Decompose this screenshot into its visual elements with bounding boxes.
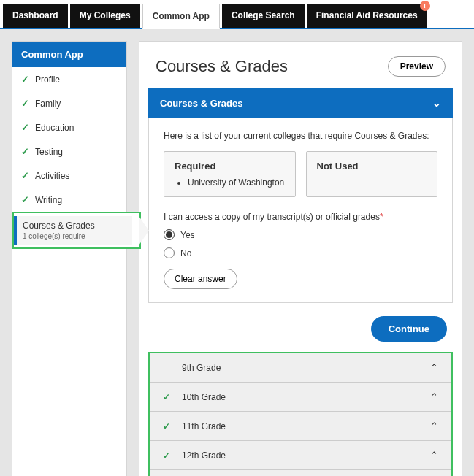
sidebar-item-label: Profile bbox=[35, 74, 60, 85]
required-college: University of Washington bbox=[188, 177, 285, 188]
intro-text: Here is a list of your current colleges … bbox=[164, 131, 437, 141]
check-icon: ✓ bbox=[21, 146, 29, 157]
clear-answer-button[interactable]: Clear answer bbox=[164, 269, 237, 289]
sidebar: Common App ✓Profile ✓Family ✓Education ✓… bbox=[12, 41, 127, 476]
check-icon: ✓ bbox=[21, 170, 29, 181]
tab-my-colleges[interactable]: My Colleges bbox=[70, 4, 140, 28]
check-icon: ✓ bbox=[163, 450, 173, 461]
notused-label: Not Used bbox=[317, 161, 427, 172]
grades-accordion: 9th Grade ⌃ ✓ 10th Grade ⌃ ✓ 11th Grade … bbox=[148, 352, 453, 476]
radio-yes[interactable]: Yes bbox=[164, 229, 437, 240]
tab-college-search[interactable]: College Search bbox=[222, 4, 305, 28]
sidebar-item-label: Education bbox=[35, 123, 74, 133]
accordion-label: 12th Grade bbox=[182, 450, 430, 461]
check-icon: ✓ bbox=[21, 194, 29, 205]
section-title: Courses & Grades bbox=[160, 98, 242, 109]
radio-no[interactable]: No bbox=[164, 247, 437, 258]
sidebar-header: Common App bbox=[12, 42, 126, 67]
radio-yes-input[interactable] bbox=[164, 229, 175, 240]
accordion-item-12th[interactable]: ✓ 12th Grade ⌃ bbox=[150, 441, 451, 470]
chevron-up-icon: ⌃ bbox=[430, 362, 438, 373]
alert-badge-icon bbox=[420, 1, 430, 11]
main-panel: Courses & Grades Preview Courses & Grade… bbox=[139, 41, 462, 476]
sidebar-item-courses-grades[interactable]: Courses & Grades 1 college(s) require bbox=[12, 212, 141, 249]
required-box: Required University of Washington bbox=[164, 151, 296, 197]
sidebar-selected-title: Courses & Grades bbox=[23, 220, 126, 231]
radio-no-label: No bbox=[180, 248, 191, 258]
sidebar-item-label: Activities bbox=[35, 171, 69, 181]
check-icon: ✓ bbox=[163, 421, 173, 431]
tab-financial-aid-label: Financial Aid Resources bbox=[316, 10, 418, 20]
check-icon: ✓ bbox=[21, 74, 29, 85]
accordion-item-10th[interactable]: ✓ 10th Grade ⌃ bbox=[150, 383, 451, 412]
sidebar-item-profile[interactable]: ✓Profile bbox=[12, 67, 126, 91]
tab-financial-aid[interactable]: Financial Aid Resources bbox=[307, 4, 427, 28]
continue-button[interactable]: Continue bbox=[371, 316, 447, 342]
sidebar-item-family[interactable]: ✓Family bbox=[12, 91, 126, 115]
check-icon: ✓ bbox=[21, 122, 29, 133]
sidebar-item-education[interactable]: ✓Education bbox=[12, 115, 126, 139]
accordion-item-other[interactable]: ✓ Other Courses ⌃ bbox=[150, 470, 451, 476]
check-icon: ✓ bbox=[163, 392, 173, 402]
accordion-item-9th[interactable]: 9th Grade ⌃ bbox=[150, 353, 451, 383]
chevron-down-icon: ⌄ bbox=[432, 97, 441, 109]
section-header[interactable]: Courses & Grades ⌄ bbox=[148, 88, 453, 118]
sidebar-item-label: Family bbox=[35, 99, 61, 109]
accordion-item-11th[interactable]: ✓ 11th Grade ⌃ bbox=[150, 412, 451, 441]
accordion-label: 11th Grade bbox=[182, 421, 430, 431]
page-title: Courses & Grades bbox=[156, 57, 288, 76]
chevron-up-icon: ⌃ bbox=[430, 450, 438, 461]
check-icon: ✓ bbox=[21, 98, 29, 109]
chevron-up-icon: ⌃ bbox=[430, 421, 438, 431]
preview-button[interactable]: Preview bbox=[388, 56, 446, 77]
transcript-question: I can access a copy of my transcript(s) … bbox=[164, 212, 437, 222]
accordion-label: 10th Grade bbox=[182, 392, 430, 402]
sidebar-item-label: Writing bbox=[35, 195, 62, 205]
radio-no-input[interactable] bbox=[164, 247, 175, 258]
accordion-label: 9th Grade bbox=[182, 363, 430, 373]
required-label: Required bbox=[175, 161, 285, 172]
tab-common-app[interactable]: Common App bbox=[142, 4, 220, 29]
sidebar-item-label: Testing bbox=[35, 147, 63, 157]
tab-dashboard[interactable]: Dashboard bbox=[3, 4, 68, 28]
sidebar-item-testing[interactable]: ✓Testing bbox=[12, 139, 126, 164]
top-tabs: Dashboard My Colleges Common App College… bbox=[0, 0, 474, 29]
notused-box: Not Used bbox=[306, 151, 438, 197]
radio-yes-label: Yes bbox=[180, 230, 195, 240]
sidebar-selected-sub: 1 college(s) require bbox=[23, 232, 126, 240]
sidebar-item-writing[interactable]: ✓Writing bbox=[12, 188, 126, 212]
sidebar-item-activities[interactable]: ✓Activities bbox=[12, 164, 126, 188]
chevron-up-icon: ⌃ bbox=[430, 391, 438, 402]
